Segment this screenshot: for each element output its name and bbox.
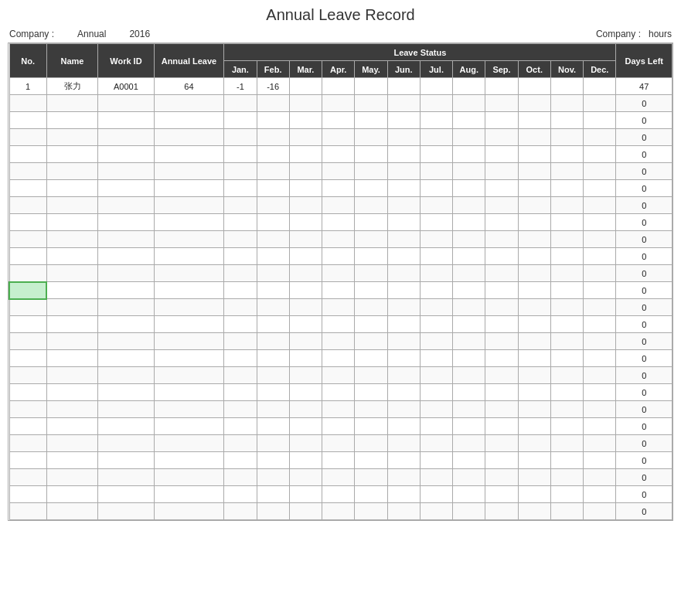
cell-sep[interactable] xyxy=(485,452,518,469)
cell-daysleft[interactable]: 0 xyxy=(616,435,672,452)
cell-mar[interactable] xyxy=(289,265,322,282)
cell-mar[interactable] xyxy=(289,78,322,95)
cell-annualleave[interactable] xyxy=(154,112,224,129)
cell-mar[interactable] xyxy=(289,333,322,350)
cell-oct[interactable] xyxy=(518,163,550,180)
cell-name[interactable] xyxy=(46,316,97,333)
cell-sep[interactable] xyxy=(485,180,518,197)
cell-sep[interactable] xyxy=(485,469,518,486)
cell-may[interactable] xyxy=(355,367,387,384)
cell-workid[interactable] xyxy=(98,418,154,435)
cell-jun[interactable] xyxy=(387,350,420,367)
cell-feb[interactable] xyxy=(257,163,289,180)
cell-nov[interactable] xyxy=(550,248,583,265)
cell-workid[interactable] xyxy=(98,316,154,333)
cell-jan[interactable] xyxy=(224,418,257,435)
cell-name[interactable] xyxy=(46,299,97,316)
cell-nov[interactable] xyxy=(550,469,583,486)
cell-apr[interactable] xyxy=(322,469,355,486)
cell-jun[interactable] xyxy=(387,214,420,231)
cell-daysleft[interactable]: 0 xyxy=(616,503,672,520)
table-row[interactable]: 0 xyxy=(9,401,672,418)
cell-workid[interactable] xyxy=(98,112,154,129)
cell-feb[interactable] xyxy=(257,112,289,129)
cell-jun[interactable] xyxy=(387,486,420,503)
cell-jan[interactable] xyxy=(224,163,257,180)
cell-sep[interactable] xyxy=(485,248,518,265)
cell-no[interactable] xyxy=(9,333,46,350)
cell-dec[interactable] xyxy=(584,384,616,401)
cell-dec[interactable] xyxy=(584,316,616,333)
cell-apr[interactable] xyxy=(322,214,355,231)
cell-may[interactable] xyxy=(355,401,387,418)
cell-sep[interactable] xyxy=(485,197,518,214)
cell-daysleft[interactable]: 0 xyxy=(616,316,672,333)
table-row[interactable]: 0 xyxy=(9,299,672,316)
cell-dec[interactable] xyxy=(584,367,616,384)
cell-name[interactable] xyxy=(46,350,97,367)
cell-feb[interactable] xyxy=(257,265,289,282)
cell-daysleft[interactable]: 0 xyxy=(616,248,672,265)
cell-daysleft[interactable]: 47 xyxy=(616,78,672,95)
cell-daysleft[interactable]: 0 xyxy=(616,214,672,231)
cell-name[interactable] xyxy=(46,418,97,435)
cell-name[interactable] xyxy=(46,401,97,418)
cell-daysleft[interactable]: 0 xyxy=(616,265,672,282)
cell-annualleave[interactable] xyxy=(154,248,224,265)
cell-feb[interactable] xyxy=(257,350,289,367)
cell-oct[interactable] xyxy=(518,231,550,248)
cell-workid[interactable] xyxy=(98,350,154,367)
cell-no[interactable] xyxy=(9,469,46,486)
cell-jul[interactable] xyxy=(420,452,452,469)
cell-jan[interactable] xyxy=(224,95,257,112)
cell-workid[interactable] xyxy=(98,214,154,231)
cell-apr[interactable] xyxy=(322,265,355,282)
cell-jan[interactable] xyxy=(224,299,257,316)
cell-daysleft[interactable]: 0 xyxy=(616,452,672,469)
cell-mar[interactable] xyxy=(289,401,322,418)
cell-nov[interactable] xyxy=(550,214,583,231)
cell-no[interactable] xyxy=(9,367,46,384)
table-row[interactable]: 0 xyxy=(9,452,672,469)
cell-no[interactable] xyxy=(9,197,46,214)
cell-apr[interactable] xyxy=(322,112,355,129)
table-row[interactable]: 0 xyxy=(9,112,672,129)
cell-oct[interactable] xyxy=(518,146,550,163)
cell-jul[interactable] xyxy=(420,384,452,401)
cell-jul[interactable] xyxy=(420,214,452,231)
cell-apr[interactable] xyxy=(322,129,355,146)
cell-dec[interactable] xyxy=(584,180,616,197)
cell-aug[interactable] xyxy=(453,78,485,95)
cell-no[interactable] xyxy=(9,401,46,418)
cell-apr[interactable] xyxy=(322,486,355,503)
cell-jun[interactable] xyxy=(387,248,420,265)
cell-annualleave[interactable] xyxy=(154,469,224,486)
cell-aug[interactable] xyxy=(453,452,485,469)
cell-sep[interactable] xyxy=(485,214,518,231)
table-row[interactable]: 0 xyxy=(9,384,672,401)
cell-daysleft[interactable]: 0 xyxy=(616,129,672,146)
cell-name[interactable] xyxy=(46,231,97,248)
cell-may[interactable] xyxy=(355,503,387,520)
cell-feb[interactable] xyxy=(257,418,289,435)
cell-aug[interactable] xyxy=(453,316,485,333)
cell-workid[interactable] xyxy=(98,452,154,469)
cell-dec[interactable] xyxy=(584,418,616,435)
cell-daysleft[interactable]: 0 xyxy=(616,197,672,214)
table-row[interactable]: 0 xyxy=(9,146,672,163)
cell-dec[interactable] xyxy=(584,112,616,129)
cell-name[interactable] xyxy=(46,95,97,112)
cell-no[interactable] xyxy=(9,95,46,112)
cell-jun[interactable] xyxy=(387,418,420,435)
cell-sep[interactable] xyxy=(485,350,518,367)
cell-jun[interactable] xyxy=(387,384,420,401)
cell-may[interactable] xyxy=(355,435,387,452)
table-row[interactable]: 0 xyxy=(9,333,672,350)
cell-no[interactable] xyxy=(9,435,46,452)
cell-sep[interactable] xyxy=(485,163,518,180)
cell-jul[interactable] xyxy=(420,367,452,384)
cell-apr[interactable] xyxy=(322,248,355,265)
cell-jun[interactable] xyxy=(387,316,420,333)
cell-daysleft[interactable]: 0 xyxy=(616,418,672,435)
cell-may[interactable] xyxy=(355,112,387,129)
